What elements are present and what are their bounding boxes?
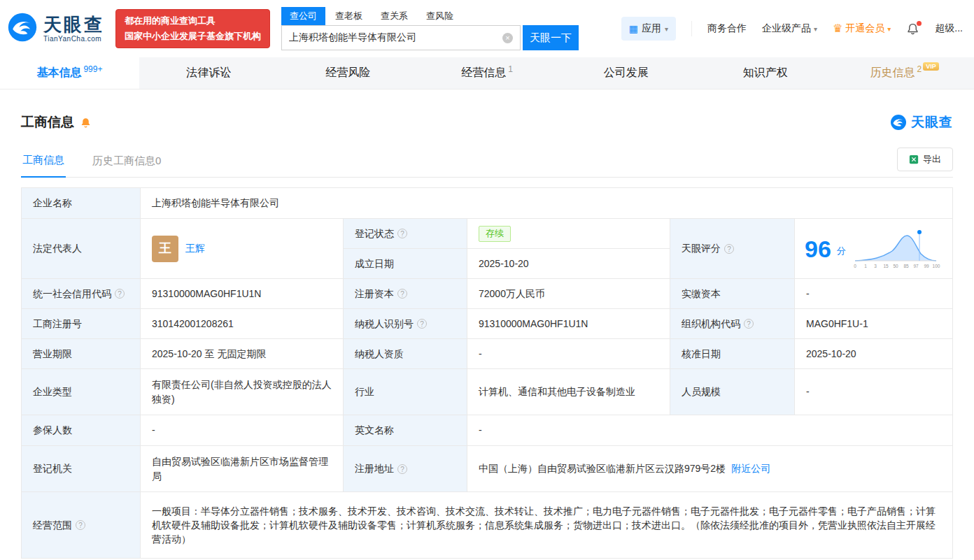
help-icon[interactable]: ? — [724, 244, 734, 254]
help-icon[interactable]: ? — [744, 319, 754, 329]
svg-text:100: 100 — [932, 264, 940, 268]
field-label-reg-capital: 注册资本 ? — [344, 279, 467, 309]
clear-icon[interactable]: × — [502, 33, 513, 43]
caret-down-icon: ▾ — [665, 25, 668, 33]
field-label-legal-rep: 法定代表人 — [22, 219, 141, 279]
notification-bell-icon[interactable] — [906, 22, 919, 36]
field-value-business-scope: 一般项目：半导体分立器件销售；技术服务、技术开发、技术咨询、技术交流、技术转让、… — [141, 492, 953, 559]
subscribe-bell-icon[interactable] — [80, 117, 92, 129]
crown-icon: ♛ — [833, 23, 842, 34]
header-actions: ▦ 应用 ▾ 商务合作 企业级产品 ▾ ♛ 开通会员 ▾ 超级... — [621, 17, 963, 41]
field-value-reg-number: 310142001208261 — [141, 309, 344, 339]
field-label-credit-code: 统一社会信用代码 ? — [22, 279, 141, 309]
tab-intellectual-property[interactable]: 知识产权 — [696, 57, 835, 89]
watermark-brand-text: 天眼查 — [911, 113, 953, 131]
apps-button[interactable]: ▦ 应用 ▾ — [621, 17, 676, 41]
search-tab-company[interactable]: 查公司 — [281, 7, 325, 25]
tab-badge: 2 — [917, 64, 922, 74]
caret-down-icon: ▾ — [814, 25, 817, 33]
help-icon[interactable]: ? — [397, 464, 407, 474]
logo-domain-text: TianYanCha.com — [43, 35, 104, 43]
field-label-company-name: 企业名称 — [22, 188, 141, 219]
legal-rep-link[interactable]: 王辉 — [185, 241, 205, 255]
field-label-establish-date: 成立日期 — [344, 249, 467, 279]
field-value-org-code: MAG0HF1U-1 — [795, 309, 953, 339]
help-icon[interactable]: ? — [417, 319, 427, 329]
field-value-business-term: 2025-10-20 至 无固定期限 — [141, 339, 344, 369]
help-icon[interactable]: ? — [76, 520, 85, 530]
field-value-approval-date: 2025-10-20 — [795, 339, 953, 369]
tab-operation-risk[interactable]: 经营风险 — [278, 57, 418, 89]
tab-badge: 999+ — [83, 64, 102, 74]
field-label-business-scope: 经营范围 ? — [22, 492, 141, 559]
promo-banner: 都在用的商业查询工具 国家中小企业发展子基金旗下机构 — [115, 9, 270, 48]
search-tab-boss[interactable]: 查老板 — [327, 7, 371, 25]
field-value-taxpayer-quality: - — [467, 339, 670, 369]
tab-operation-info[interactable]: 经营信息 1 — [418, 57, 557, 89]
field-label-taxpayer-quality: 纳税人资质 — [344, 339, 467, 369]
main-content: 工商信息 天眼查 工商信息 历史工商信息0 导出 企业名称 上海积塔创能半导体有… — [0, 113, 974, 559]
section-watermark-logo: 天眼查 — [890, 113, 953, 131]
field-value-establish-date: 2025-10-20 — [467, 249, 670, 279]
tianyancha-logo-icon — [7, 12, 38, 45]
field-value-reg-address: 中国（上海）自由贸易试验区临港新片区云汉路979号2楼 附近公司 — [467, 446, 953, 492]
field-value-legal-rep: 王 王辉 — [141, 219, 344, 279]
field-label-approval-date: 核准日期 — [670, 339, 795, 369]
help-icon[interactable]: ? — [397, 289, 407, 299]
search-tab-risk[interactable]: 查风险 — [418, 7, 462, 25]
field-label-company-type: 企业类型 — [22, 369, 141, 415]
field-value-staff-size: - — [795, 369, 953, 415]
help-icon[interactable]: ? — [115, 289, 125, 299]
svg-text:1: 1 — [864, 264, 867, 268]
enterprise-product-link[interactable]: 企业级产品 ▾ — [762, 22, 817, 35]
search-tab-relation[interactable]: 查关系 — [372, 7, 416, 25]
field-label-tianyan-score: 天眼评分 ? — [670, 219, 795, 279]
section-title: 工商信息 — [21, 113, 74, 131]
search-button[interactable]: 天眼一下 — [523, 25, 579, 50]
nearby-companies-link[interactable]: 附近公司 — [731, 461, 770, 475]
search-input[interactable] — [289, 32, 502, 43]
field-label-reg-status: 登记状态 ? — [344, 219, 467, 249]
subtab-history-business-info[interactable]: 历史工商信息0 — [91, 148, 162, 177]
excel-icon — [909, 155, 919, 164]
svg-text:3: 3 — [874, 264, 877, 268]
svg-text:97: 97 — [913, 264, 919, 268]
help-icon[interactable]: ? — [397, 229, 407, 238]
apps-label: 应用 — [642, 22, 661, 35]
score-distribution-chart: 0 1 3 15 50 85 97 99 100 — [852, 227, 943, 271]
field-value-company-type: 有限责任公司(非自然人投资或控股的法人独资) — [141, 369, 344, 415]
tianyancha-logo[interactable]: 天眼查 TianYanCha.com — [7, 12, 104, 45]
subtab-business-info[interactable]: 工商信息 — [21, 147, 66, 178]
search-block: 查公司 查老板 查关系 查风险 × 天眼一下 — [281, 7, 579, 50]
vip-badge: VIP — [923, 62, 939, 71]
legal-rep-avatar[interactable]: 王 — [152, 236, 178, 262]
svg-text:85: 85 — [903, 264, 909, 268]
svg-text:99: 99 — [924, 264, 929, 268]
field-value-reg-capital: 72000万人民币 — [467, 279, 670, 309]
field-value-taxpayer-id: 91310000MAG0HF1U1N — [467, 309, 670, 339]
apps-grid-icon: ▦ — [629, 24, 638, 34]
open-vip-link[interactable]: ♛ 开通会员 ▾ — [833, 22, 891, 35]
export-button[interactable]: 导出 — [897, 148, 953, 171]
field-value-tianyan-score: 96 分 0 1 3 15 50 85 97 99 100 — [795, 219, 953, 279]
field-value-insured-count: - — [141, 415, 344, 446]
promo-line-2: 国家中小企业发展子基金旗下机构 — [125, 29, 261, 44]
field-value-english-name: - — [467, 415, 953, 446]
tab-company-development[interactable]: 公司发展 — [556, 57, 696, 89]
logo-brand-text: 天眼查 — [43, 15, 104, 35]
tab-legal-proceedings[interactable]: 法律诉讼 — [139, 57, 278, 89]
business-coop-link[interactable]: 商务合作 — [707, 22, 747, 35]
search-input-wrap: × — [281, 25, 521, 50]
tab-history-info[interactable]: 历史信息 2 VIP — [835, 57, 974, 89]
tab-basic-info[interactable]: 基本信息 999+ — [0, 57, 139, 89]
field-label-reg-authority: 登记机关 — [22, 446, 141, 492]
caret-down-icon: ▾ — [887, 25, 891, 33]
search-tabs: 查公司 查老板 查关系 查风险 — [281, 7, 579, 25]
super-vip-link[interactable]: 超级... — [935, 22, 963, 35]
business-info-table: 企业名称 上海积塔创能半导体有限公司 法定代表人 王 王辉 登记状态 ? 存续 … — [21, 187, 953, 559]
svg-text:15: 15 — [883, 264, 889, 268]
field-value-reg-status: 存续 — [467, 219, 670, 249]
company-nav-tabs: 基本信息 999+ 法律诉讼 经营风险 经营信息 1 公司发展 知识产权 历史信… — [0, 57, 974, 89]
field-label-industry: 行业 — [344, 369, 467, 415]
field-label-reg-number: 工商注册号 — [22, 309, 141, 339]
